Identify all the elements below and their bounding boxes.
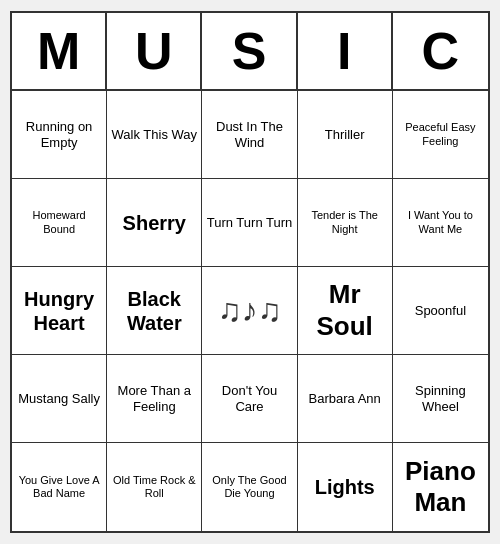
bingo-cell-7[interactable]: Turn Turn Turn [202, 179, 297, 267]
bingo-cell-17[interactable]: Don't You Care [202, 355, 297, 443]
bingo-cell-6[interactable]: Sherry [107, 179, 202, 267]
bingo-cell-2[interactable]: Dust In The Wind [202, 91, 297, 179]
bingo-card: MUSIC Running on EmptyWalk This WayDust … [10, 11, 490, 533]
bingo-cell-21[interactable]: Old Time Rock & Roll [107, 443, 202, 531]
header-letter-u: U [107, 13, 202, 89]
bingo-cell-19[interactable]: Spinning Wheel [393, 355, 488, 443]
bingo-cell-23[interactable]: Lights [298, 443, 393, 531]
bingo-cell-10[interactable]: Hungry Heart [12, 267, 107, 355]
bingo-cell-12[interactable]: ♫♪♫ [202, 267, 297, 355]
bingo-cell-22[interactable]: Only The Good Die Young [202, 443, 297, 531]
bingo-cell-3[interactable]: Thriller [298, 91, 393, 179]
header-letter-c: C [393, 13, 488, 89]
bingo-cell-24[interactable]: Piano Man [393, 443, 488, 531]
bingo-cell-13[interactable]: Mr Soul [298, 267, 393, 355]
bingo-cell-11[interactable]: Black Water [107, 267, 202, 355]
header-letter-s: S [202, 13, 297, 89]
bingo-cell-9[interactable]: I Want You to Want Me [393, 179, 488, 267]
bingo-header: MUSIC [12, 13, 488, 91]
bingo-cell-18[interactable]: Barbara Ann [298, 355, 393, 443]
bingo-cell-16[interactable]: More Than a Feeling [107, 355, 202, 443]
bingo-cell-8[interactable]: Tender is The Night [298, 179, 393, 267]
bingo-cell-20[interactable]: You Give Love A Bad Name [12, 443, 107, 531]
header-letter-i: I [298, 13, 393, 89]
bingo-cell-14[interactable]: Spoonful [393, 267, 488, 355]
header-letter-m: M [12, 13, 107, 89]
bingo-cell-5[interactable]: Homeward Bound [12, 179, 107, 267]
bingo-cell-4[interactable]: Peaceful Easy Feeling [393, 91, 488, 179]
bingo-cell-0[interactable]: Running on Empty [12, 91, 107, 179]
bingo-cell-15[interactable]: Mustang Sally [12, 355, 107, 443]
bingo-grid: Running on EmptyWalk This WayDust In The… [12, 91, 488, 531]
bingo-cell-1[interactable]: Walk This Way [107, 91, 202, 179]
